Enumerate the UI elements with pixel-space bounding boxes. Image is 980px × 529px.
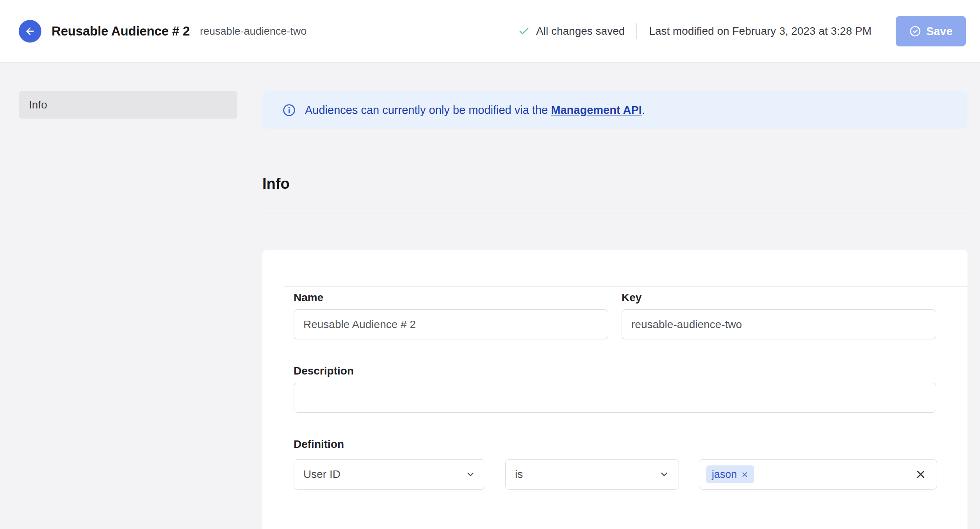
sidebar-item-info[interactable]: Info (19, 91, 237, 119)
description-input[interactable] (294, 383, 936, 413)
page-title: Reusable Audience # 2 (52, 24, 190, 39)
definition-field-select[interactable]: User ID (294, 459, 485, 490)
info-form-card: Name Key Description Definition User ID … (262, 250, 968, 529)
section-title: Info (262, 176, 290, 192)
definition-values-input[interactable]: jason (699, 459, 937, 490)
definition-label: Definition (294, 438, 344, 451)
save-status-cluster: All changes saved Last modified on Febru… (518, 23, 871, 39)
definition-operator-select[interactable]: is (505, 459, 679, 490)
arrow-left-icon (25, 26, 36, 37)
audience-key-subtitle: reusable-audience-two (200, 25, 306, 37)
vertical-divider (636, 23, 637, 39)
value-tag-label: jason (712, 469, 737, 481)
section-divider (262, 213, 968, 213)
key-label: Key (622, 291, 641, 304)
info-circle-icon (282, 103, 296, 117)
definition-operator-value: is (515, 468, 523, 481)
management-api-link[interactable]: Management API (551, 104, 642, 116)
audience-editor-screen: Reusable Audience # 2 reusable-audience-… (0, 0, 980, 529)
banner-text-after: . (642, 104, 645, 116)
card-bottom-divider (284, 519, 968, 519)
sidebar-item-label: Info (29, 99, 47, 111)
card-top-divider (284, 286, 968, 287)
top-bar: Reusable Audience # 2 reusable-audience-… (0, 0, 980, 63)
save-button-label: Save (926, 25, 953, 38)
check-icon (518, 25, 530, 37)
banner-text-before: Audiences can currently only be modified… (305, 104, 551, 116)
name-label: Name (294, 291, 323, 304)
value-tag: jason (706, 465, 754, 483)
check-circle-icon (909, 25, 921, 37)
name-input[interactable] (294, 309, 608, 339)
last-modified-text: Last modified on February 3, 2023 at 3:2… (649, 25, 871, 37)
definition-field-value: User ID (303, 468, 340, 481)
remove-tag-icon[interactable] (741, 471, 748, 478)
key-input[interactable] (622, 309, 936, 339)
banner-text: Audiences can currently only be modified… (305, 104, 645, 117)
chevron-down-icon (659, 469, 669, 479)
back-button[interactable] (19, 20, 41, 43)
chevron-down-icon (465, 469, 476, 479)
clear-values-icon[interactable] (915, 469, 927, 480)
save-button[interactable]: Save (896, 16, 966, 46)
save-status-text: All changes saved (536, 25, 625, 37)
description-label: Description (294, 365, 354, 377)
info-banner: Audiences can currently only be modified… (262, 91, 968, 129)
